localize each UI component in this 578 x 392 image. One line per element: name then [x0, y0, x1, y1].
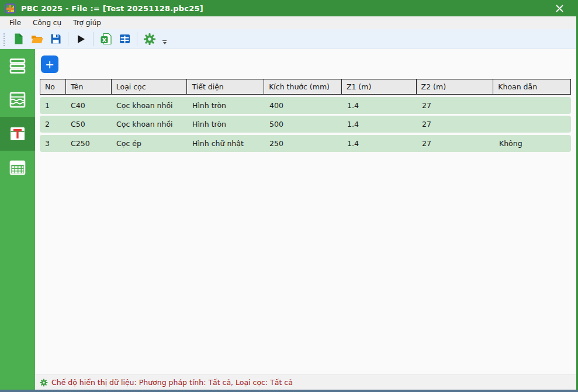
- menu-item-file[interactable]: File: [4, 16, 27, 29]
- table-row[interactable]: 3C250Cọc épHình chữ nhật2501.427Không: [40, 135, 571, 152]
- toolbar-separator: [68, 32, 68, 46]
- grid-table-icon: [7, 157, 28, 178]
- window-border-bottom: [0, 390, 578, 392]
- table-cell[interactable]: 1: [40, 97, 65, 114]
- menu-item-tools[interactable]: Công cụ: [27, 16, 67, 29]
- status-bar: Chế độ hiển thị dữ liệu: Phương pháp tín…: [35, 374, 576, 390]
- column-header-khoan-dan[interactable]: Khoan dẫn: [493, 79, 570, 94]
- table-cell[interactable]: 1.4: [342, 116, 417, 133]
- column-header-kich-thuoc[interactable]: Kích thước (mm): [264, 79, 342, 94]
- table-cell[interactable]: Cọc ép: [111, 135, 187, 152]
- app-icon[interactable]: [5, 4, 15, 13]
- sidebar-item-result-grid[interactable]: [0, 151, 35, 185]
- open-folder-button[interactable]: [28, 31, 46, 47]
- window-title: PBC 2025 - File := [Test 20251128.pbc25]: [21, 4, 203, 13]
- table-cell[interactable]: 27: [417, 97, 494, 114]
- app-window: PBC 2025 - File := [Test 20251128.pbc25]…: [0, 0, 578, 392]
- table-cell[interactable]: 500: [264, 116, 342, 133]
- column-header-no[interactable]: No: [40, 79, 66, 94]
- table-row[interactable]: 2C50Cọc khoan nhồiHình tròn5001.427: [40, 116, 571, 133]
- toolbar-overflow-button[interactable]: [162, 40, 167, 45]
- close-button[interactable]: [548, 0, 571, 16]
- table-cell[interactable]: [494, 97, 571, 114]
- table-cell[interactable]: 250: [264, 135, 342, 152]
- table-cell[interactable]: Hình tròn: [187, 97, 264, 114]
- sidebar-item-data-rows[interactable]: [0, 49, 35, 83]
- column-header-ten[interactable]: Tên: [66, 79, 112, 94]
- table-cell[interactable]: 1.4: [342, 97, 417, 114]
- settings-icon: [143, 33, 156, 46]
- table-cell[interactable]: Không: [494, 135, 571, 152]
- column-header-loai-coc[interactable]: Loại cọc: [112, 79, 188, 94]
- table-cell[interactable]: Cọc khoan nhồi: [111, 116, 187, 133]
- excel-export-button[interactable]: X: [97, 31, 115, 47]
- pile-section-icon: [7, 123, 28, 144]
- main-area: + No Tên Loại cọc Tiết diện Kích thước (…: [35, 49, 576, 390]
- table-cell[interactable]: 400: [264, 97, 342, 114]
- new-file-button[interactable]: [9, 31, 27, 47]
- add-row-button[interactable]: +: [41, 55, 58, 73]
- run-button[interactable]: [72, 31, 89, 47]
- new-file-icon: [12, 33, 25, 45]
- table-cell[interactable]: 1.4: [342, 135, 417, 152]
- run-icon: [75, 33, 86, 45]
- table-row[interactable]: 1C40Cọc khoan nhồiHình tròn4001.427: [40, 97, 571, 114]
- column-header-z1[interactable]: Z1 (m): [342, 79, 417, 94]
- table-cell[interactable]: 2: [40, 116, 65, 133]
- close-icon: [555, 4, 564, 13]
- table-cell[interactable]: C40: [65, 97, 111, 114]
- excel-export-icon: X: [100, 33, 112, 45]
- table-cell[interactable]: [494, 116, 571, 133]
- open-folder-icon: [30, 33, 43, 46]
- table-cell[interactable]: Hình tròn: [187, 116, 264, 133]
- table-cell[interactable]: Hình chữ nhật: [187, 135, 264, 152]
- soil-layers-icon: [7, 89, 28, 110]
- sidebar: [0, 49, 35, 390]
- toolbar-grip[interactable]: [2, 32, 6, 46]
- table-cell[interactable]: 27: [417, 116, 494, 133]
- rows-icon: [7, 55, 28, 77]
- save-button[interactable]: [47, 31, 64, 47]
- pile-table: No Tên Loại cọc Tiết diện Kích thước (mm…: [40, 79, 571, 152]
- sidebar-item-soil-layers[interactable]: [0, 83, 35, 117]
- table-rows: 1C40Cọc khoan nhồiHình tròn4001.4272C50C…: [40, 97, 571, 152]
- table-cell[interactable]: Cọc khoan nhồi: [111, 97, 187, 114]
- settings-button[interactable]: [141, 31, 158, 47]
- menu-bar: File Công cụ Trợ giúp: [0, 16, 578, 29]
- table-cell[interactable]: C50: [65, 116, 111, 133]
- menu-item-help[interactable]: Trợ giúp: [67, 16, 107, 29]
- svg-text:X: X: [102, 37, 106, 43]
- save-icon: [50, 33, 62, 45]
- table-cell[interactable]: C250: [65, 135, 111, 152]
- table-header: No Tên Loại cọc Tiết diện Kích thước (mm…: [40, 79, 571, 95]
- column-header-z2[interactable]: Z2 (m): [417, 79, 494, 94]
- toolbar-separator: [93, 32, 94, 46]
- toolbar-separator: [137, 32, 137, 46]
- table-view-button[interactable]: [116, 31, 133, 47]
- sidebar-item-pile-section[interactable]: [0, 117, 35, 151]
- content-panel: + No Tên Loại cọc Tiết diện Kích thước (…: [35, 49, 576, 374]
- toolbar-overflow-icon: [162, 40, 167, 41]
- title-bar: PBC 2025 - File := [Test 20251128.pbc25]: [0, 0, 578, 16]
- table-cell[interactable]: 27: [417, 135, 494, 152]
- status-gear-icon: [40, 379, 48, 387]
- column-header-tiet-dien[interactable]: Tiết diện: [187, 79, 264, 94]
- status-text: Chế độ hiển thị dữ liệu: Phương pháp tín…: [51, 378, 293, 387]
- table-view-icon: [119, 33, 131, 45]
- toolbar: X: [0, 29, 578, 49]
- table-cell[interactable]: 3: [40, 135, 65, 152]
